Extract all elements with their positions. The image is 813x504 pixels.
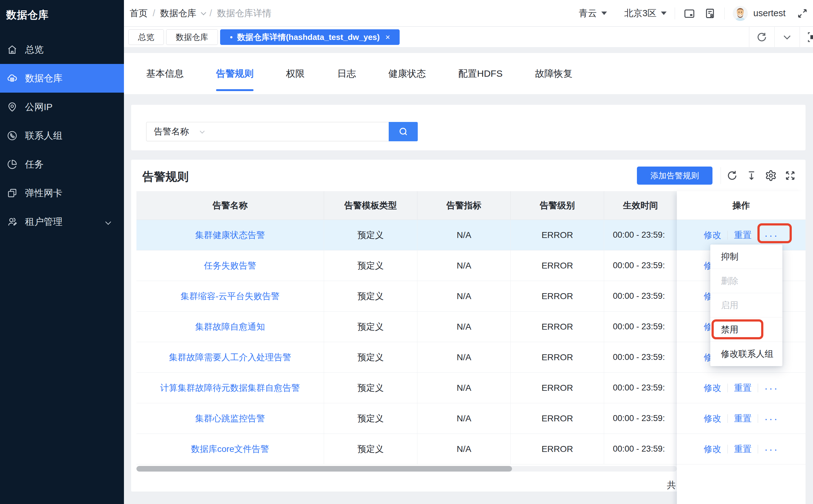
more-actions-button[interactable]: ···	[764, 232, 779, 238]
modify-link[interactable]: 修改	[704, 413, 721, 424]
time-cell: 00:00 - 23:59:	[604, 250, 677, 281]
sidebar-item-label: 公网IP	[25, 101, 52, 114]
sidebar-item-warehouse[interactable]: 数据仓库	[0, 64, 124, 93]
alert-name-link[interactable]: 计算集群故障待元数据集群自愈告警	[160, 382, 300, 394]
chevron-down-icon[interactable]	[105, 219, 111, 225]
level-cell: ERROR	[511, 342, 604, 372]
col-header-level[interactable]: 告警级别	[511, 191, 604, 220]
alert-name-link[interactable]: 集群故障需要人工介入处理告警	[169, 351, 291, 363]
reset-link[interactable]: 重置	[734, 413, 752, 424]
sidebar-item-tenant[interactable]: 租户管理	[0, 207, 124, 236]
add-alert-rule-button[interactable]: 添加告警规则	[637, 167, 713, 185]
tab-label: 健康状态	[388, 67, 426, 80]
tab-label: 基本信息	[146, 67, 183, 80]
modify-link[interactable]: 修改	[704, 443, 721, 455]
template-cell: 预定义	[324, 342, 417, 372]
zone-label: 北京3区	[625, 7, 657, 20]
table-row[interactable]: 集群缩容-云平台失败告警 预定义 N/A ERROR 00:00 - 23:59…	[136, 281, 677, 312]
search-button[interactable]	[389, 122, 418, 141]
org-selector[interactable]: 青云	[579, 7, 607, 20]
top-header: 首页 / 数据仓库 / 数据仓库详情 青云 北京3区	[124, 0, 813, 27]
fullscreen-icon[interactable]	[796, 7, 809, 20]
zone-selector[interactable]: 北京3区	[625, 7, 667, 20]
chevron-down-icon[interactable]	[201, 10, 206, 15]
tab-alert-rules[interactable]: 告警规则	[216, 53, 254, 94]
breadcrumb-warehouse[interactable]: 数据仓库	[160, 7, 196, 20]
horizontal-scrollbar-thumb[interactable]	[136, 466, 512, 472]
username[interactable]: usertest	[753, 8, 786, 18]
alert-name-link[interactable]: 数据库core文件告警	[191, 443, 269, 455]
table-row[interactable]: 数据库core文件告警 预定义 N/A ERROR 00:00 - 23:59:	[136, 434, 677, 464]
table-row[interactable]: 集群健康状态告警 预定义 N/A ERROR 00:00 - 23:59:	[136, 220, 677, 250]
alert-name-link[interactable]: 集群故障自愈通知	[195, 321, 265, 333]
menu-item-modify-contacts[interactable]: 修改联系人组	[710, 342, 782, 366]
template-cell: 预定义	[324, 403, 417, 434]
tab-health[interactable]: 健康状态	[388, 53, 426, 94]
search-field-select[interactable]: 告警名称	[146, 122, 209, 141]
alert-name-link[interactable]: 集群健康状态告警	[195, 229, 265, 241]
workspace-tab-detail-active[interactable]: ● 数据仓库详情(hashdata_test_dw_yes) ×	[220, 29, 400, 45]
reset-link[interactable]: 重置	[734, 443, 752, 455]
col-header-metric[interactable]: 告警指标	[417, 191, 511, 220]
level-cell: ERROR	[511, 250, 604, 281]
table-row[interactable]: 任务失败告警 预定义 N/A ERROR 00:00 - 23:59:	[136, 250, 677, 281]
avatar[interactable]	[733, 6, 748, 21]
table-row[interactable]: 集群心跳监控告警 预定义 N/A ERROR 00:00 - 23:59:	[136, 403, 677, 434]
menu-item-disable[interactable]: 禁用	[710, 317, 782, 342]
alert-name-link[interactable]: 集群缩容-云平台失败告警	[180, 290, 280, 302]
menu-item-suppress[interactable]: 抑制	[710, 245, 782, 269]
sidebar-item-public-ip[interactable]: 公网IP	[0, 93, 124, 121]
search-input[interactable]	[209, 122, 389, 141]
warehouse-icon	[6, 72, 18, 84]
billing-icon[interactable]	[683, 7, 696, 20]
work-order-icon[interactable]	[704, 7, 716, 20]
tenant-icon	[6, 216, 18, 228]
alert-name-link[interactable]: 任务失败告警	[204, 260, 256, 272]
template-cell: 预定义	[324, 281, 417, 311]
chevron-down-icon[interactable]	[781, 31, 793, 43]
more-actions-button[interactable]: ···	[764, 415, 779, 422]
expand-icon[interactable]	[784, 170, 796, 182]
workspace-tab-warehouse[interactable]: 数据仓库	[166, 29, 218, 45]
close-icon[interactable]: ×	[385, 32, 390, 42]
sidebar-item-tasks[interactable]: 任务	[0, 150, 124, 179]
export-icon[interactable]	[746, 170, 757, 182]
alert-name-link[interactable]: 集群心跳监控告警	[195, 413, 265, 424]
tab-label: 总览	[138, 32, 154, 43]
time-cell: 00:00 - 23:59:	[604, 373, 677, 403]
breadcrumb-home[interactable]: 首页	[129, 7, 148, 20]
tab-basic-info[interactable]: 基本信息	[146, 53, 183, 94]
horizontal-scrollbar-track[interactable]	[136, 466, 677, 472]
divider	[728, 414, 728, 423]
sidebar-item-label: 任务	[25, 158, 44, 171]
tab-fault-recovery[interactable]: 故障恢复	[535, 53, 572, 94]
more-actions-button[interactable]: ···	[764, 446, 779, 452]
reset-link[interactable]: 重置	[734, 229, 752, 241]
tab-logs[interactable]: 日志	[337, 53, 356, 94]
more-actions-button[interactable]: ···	[764, 385, 779, 391]
col-header-effective-time[interactable]: 生效时间	[604, 191, 677, 220]
sidebar-item-overview[interactable]: 总览	[0, 35, 124, 64]
tab-label: 数据仓库详情(hashdata_test_dw_yes)	[237, 32, 380, 43]
col-header-alert-name[interactable]: 告警名称	[136, 191, 324, 220]
table-row[interactable]: 集群故障自愈通知 预定义 N/A ERROR 00:00 - 23:59:	[136, 312, 677, 342]
tab-label: 配置HDFS	[458, 67, 503, 80]
sidebar-item-nic[interactable]: 弹性网卡	[0, 179, 124, 207]
workspace-tab-overview[interactable]: 总览	[128, 29, 164, 45]
tab-hdfs-config[interactable]: 配置HDFS	[458, 53, 503, 94]
sidebar-item-contacts[interactable]: 联系人组	[0, 121, 124, 150]
modify-link[interactable]: 修改	[704, 229, 721, 241]
refresh-icon[interactable]	[726, 170, 738, 182]
gear-icon[interactable]	[765, 170, 777, 182]
modify-link[interactable]: 修改	[704, 382, 721, 394]
tab-permissions[interactable]: 权限	[286, 53, 305, 94]
table-row[interactable]: 计算集群故障待元数据集群自愈告警 预定义 N/A ERROR 00:00 - 2…	[136, 373, 677, 403]
level-cell: ERROR	[511, 220, 604, 250]
template-cell: 预定义	[324, 434, 417, 464]
refresh-icon[interactable]	[756, 31, 768, 43]
screenshot-icon[interactable]	[806, 31, 813, 43]
col-header-template-type[interactable]: 告警模板类型	[324, 191, 417, 220]
public-ip-icon	[6, 101, 18, 113]
reset-link[interactable]: 重置	[734, 382, 752, 394]
table-row[interactable]: 集群故障需要人工介入处理告警 预定义 N/A ERROR 00:00 - 23:…	[136, 342, 677, 373]
